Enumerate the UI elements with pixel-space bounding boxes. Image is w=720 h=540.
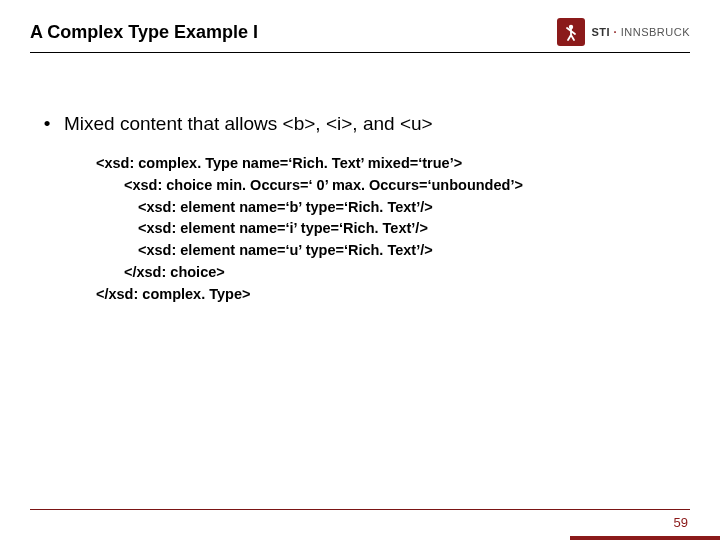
slide-header: A Complex Type Example I STI · INNSBRUCK	[0, 0, 720, 52]
code-line: <xsd: choice min. Occurs=‘ 0’ max. Occur…	[96, 175, 690, 197]
sti-logo-text: STI · INNSBRUCK	[591, 26, 690, 38]
bullet-marker: •	[30, 113, 64, 135]
bullet-item: • Mixed content that allows <b>, <i>, an…	[30, 113, 690, 135]
footer-divider	[30, 509, 690, 510]
code-line: <xsd: complex. Type name=‘Rich. Text’ mi…	[96, 153, 690, 175]
logo-dot: ·	[610, 26, 621, 38]
logo-abbrev: STI	[591, 26, 610, 38]
sti-logo: STI · INNSBRUCK	[557, 18, 690, 46]
code-line: </xsd: complex. Type>	[96, 284, 690, 306]
bottom-accent-bar	[570, 536, 720, 540]
slide-title: A Complex Type Example I	[30, 22, 258, 43]
code-line: <xsd: element name=‘i’ type=‘Rich. Text’…	[96, 218, 690, 240]
code-line: </xsd: choice>	[96, 262, 690, 284]
logo-name: INNSBRUCK	[621, 26, 690, 38]
code-block: <xsd: complex. Type name=‘Rich. Text’ mi…	[96, 153, 690, 305]
slide-content: • Mixed content that allows <b>, <i>, an…	[0, 53, 720, 305]
page-number: 59	[674, 515, 688, 530]
sti-logo-icon	[557, 18, 585, 46]
code-line: <xsd: element name=‘b’ type=‘Rich. Text’…	[96, 197, 690, 219]
bullet-text: Mixed content that allows <b>, <i>, and …	[64, 113, 433, 135]
code-line: <xsd: element name=‘u’ type=‘Rich. Text’…	[96, 240, 690, 262]
